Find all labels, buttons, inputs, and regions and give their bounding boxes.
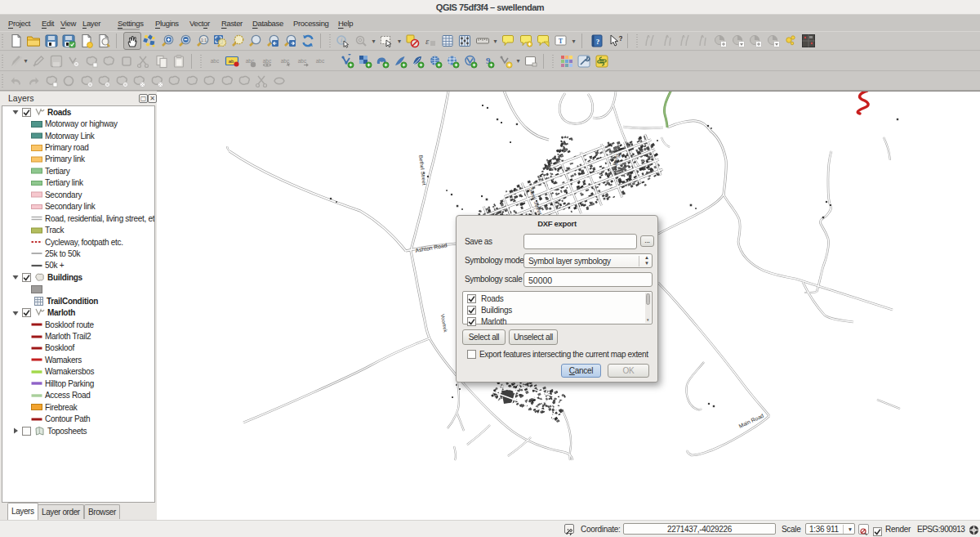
- svg-text:?: ?: [596, 38, 600, 46]
- svg-text:abc: abc: [298, 58, 307, 64]
- svg-text:abc: abc: [316, 58, 325, 64]
- svg-text:1:1: 1:1: [201, 38, 207, 43]
- svg-text:T: T: [559, 38, 564, 45]
- svg-text:abc: abc: [263, 58, 272, 64]
- svg-text:abc: abc: [281, 58, 290, 64]
- svg-text:ab: ab: [229, 58, 234, 63]
- svg-text:i: i: [341, 37, 343, 44]
- svg-text:?: ?: [618, 34, 622, 43]
- svg-text:ε: ε: [425, 36, 430, 46]
- svg-text:abc: abc: [211, 58, 220, 64]
